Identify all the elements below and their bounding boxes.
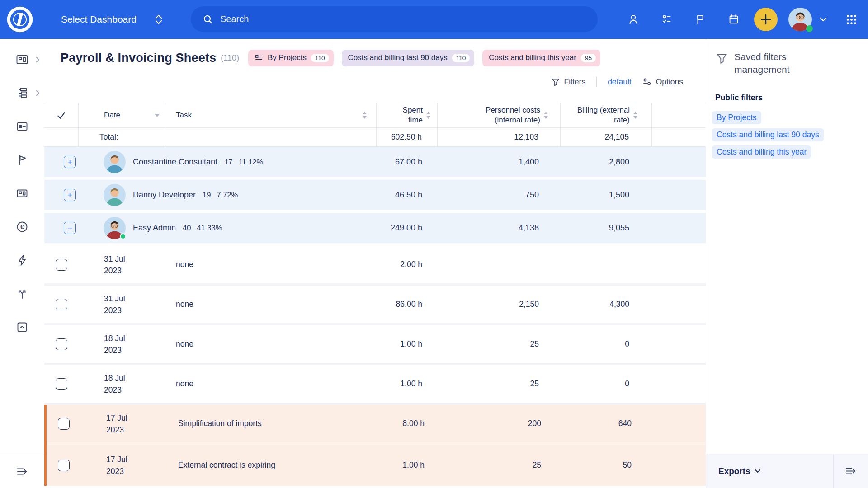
table-toolbar: Filters default Options <box>44 74 706 90</box>
row-date: 17 Jul2023 <box>81 412 169 436</box>
sidebar-expand-button[interactable] <box>0 454 44 488</box>
sidebar-item-panel[interactable] <box>0 320 44 334</box>
table-row: 18 Jul2023 none 1.00 h 25 0 <box>44 365 706 403</box>
chip-costs-this-year[interactable]: Costs and billing this year 95 <box>482 50 600 66</box>
dashboard-selector[interactable]: Select Dashboard <box>61 14 163 25</box>
row-checkbox[interactable] <box>56 299 67 310</box>
row-billing: 4,300 <box>561 286 652 323</box>
default-filter-link[interactable]: default <box>608 77 632 87</box>
row-checkbox[interactable] <box>58 460 70 471</box>
chip-by-projects[interactable]: By Projects 110 <box>248 50 334 66</box>
caret-down-icon <box>155 114 160 117</box>
group-name[interactable]: Easy Admin <box>133 223 176 233</box>
sidebar-item-finance[interactable]: € <box>0 220 44 234</box>
total-row: Total: 602.50 h 12,103 24,105 <box>44 128 706 147</box>
sort-icon <box>543 112 548 119</box>
table-row: 31 Jul2023 none 2.00 h <box>44 246 706 283</box>
sidebar-item-project-tree[interactable] <box>0 86 44 100</box>
main-content: Payroll & Invoicing Sheets (110) By Proj… <box>44 39 706 488</box>
updown-chevrons-icon <box>155 14 163 25</box>
saved-filters-panel: Saved filters management Public filters … <box>706 39 868 488</box>
row-personnel: 25 <box>438 365 561 403</box>
group-billing: 2,800 <box>561 147 652 177</box>
row-checkbox[interactable] <box>56 338 67 350</box>
chip-count-badge: 95 <box>581 54 596 62</box>
header-billing[interactable]: Billing (external rate) <box>561 103 652 127</box>
filters-button[interactable]: Filters <box>551 77 586 87</box>
online-status-dot <box>806 25 813 32</box>
checklist-icon[interactable] <box>660 13 674 26</box>
group-count: 19 <box>203 191 211 199</box>
collapse-button[interactable]: − <box>64 222 76 234</box>
sidebar-item-workflow[interactable] <box>0 287 44 300</box>
sidebar-item-milestone[interactable] <box>0 153 44 167</box>
group-personnel: 750 <box>438 180 561 210</box>
sidebar-item-card[interactable] <box>0 120 44 133</box>
header-date[interactable]: Date <box>79 103 166 127</box>
filter-link-by-projects[interactable]: By Projects <box>712 111 761 124</box>
row-personnel: 25 <box>440 445 563 486</box>
group-name[interactable]: Danny Developer <box>133 190 196 200</box>
calendar-icon[interactable] <box>727 13 741 26</box>
group-billing: 9,055 <box>561 213 652 243</box>
filters-label: Filters <box>564 77 586 87</box>
expand-arrow-icon <box>15 465 29 478</box>
flag-icon[interactable] <box>693 13 707 26</box>
row-task: none <box>166 365 377 403</box>
row-date: 17 Jul2023 <box>81 454 169 477</box>
row-billing: 640 <box>563 405 654 442</box>
row-checkbox[interactable] <box>58 418 70 430</box>
chip-label: By Projects <box>268 53 307 62</box>
table-row-highlighted: 17 Jul2023 External contract is expiring… <box>47 445 706 486</box>
app-logo-icon[interactable] <box>7 6 33 33</box>
group-percent: 41.33% <box>197 224 222 232</box>
chevron-right-icon <box>36 90 40 96</box>
expand-button[interactable]: + <box>64 189 76 201</box>
table-row: 31 Jul2023 none 86.00 h 2,150 4,300 <box>44 286 706 323</box>
chip-label: Costs and billing this year <box>489 53 576 62</box>
add-button[interactable] <box>754 8 778 31</box>
group-row-danny: + Danny Developer 19 7.72% <box>44 180 706 210</box>
group-spent: 249.00 h <box>377 213 438 243</box>
group-count: 17 <box>224 158 232 166</box>
search-bar[interactable] <box>191 6 598 32</box>
row-spent: 1.00 h <box>377 365 438 403</box>
header-spent-time[interactable]: Spent time <box>377 103 438 127</box>
sidebar-item-dashboard[interactable] <box>0 53 44 66</box>
exports-dropdown[interactable]: Exports <box>718 466 761 476</box>
select-all-header[interactable] <box>44 103 79 127</box>
topbar: Select Dashboard <box>0 0 868 39</box>
euro-icon: € <box>15 220 29 234</box>
group-count: 40 <box>183 224 191 232</box>
filter-link-costs-90-days[interactable]: Costs and billing last 90 days <box>712 128 824 141</box>
group-percent: 11.12% <box>238 158 263 166</box>
options-label: Options <box>656 77 683 87</box>
chip-costs-90-days[interactable]: Costs and billing last 90 days 110 <box>342 50 475 66</box>
divider <box>596 77 597 87</box>
row-billing <box>561 246 652 283</box>
row-billing: 0 <box>561 325 652 363</box>
row-checkbox[interactable] <box>56 259 67 271</box>
header-task[interactable]: Task <box>166 103 377 127</box>
row-checkbox[interactable] <box>56 378 67 390</box>
app-grid-icon[interactable] <box>844 13 858 26</box>
header-personnel-costs[interactable]: Personnel costs (internal rate) <box>438 103 561 127</box>
avatar-chevron-down-icon[interactable] <box>816 13 830 26</box>
options-button[interactable]: Options <box>642 77 683 87</box>
dashboard-selector-label: Select Dashboard <box>61 14 137 25</box>
panel-collapse-button[interactable] <box>833 454 868 488</box>
sidebar-item-modules[interactable] <box>0 187 44 200</box>
row-spent: 86.00 h <box>377 286 438 323</box>
group-name[interactable]: Constantine Consultant <box>133 157 217 167</box>
svg-text:€: € <box>20 223 24 230</box>
filter-link-costs-this-year[interactable]: Costs and billing this year <box>712 145 811 159</box>
expand-button[interactable]: + <box>64 156 76 168</box>
chip-label: Costs and billing last 90 days <box>348 53 448 62</box>
search-input[interactable] <box>220 14 537 24</box>
sort-icon <box>426 112 431 119</box>
user-icon[interactable] <box>627 13 640 26</box>
user-avatar[interactable] <box>788 8 812 31</box>
chip-count-badge: 110 <box>311 54 329 62</box>
group-personnel: 4,138 <box>438 213 561 243</box>
sidebar-item-quick-actions[interactable] <box>0 253 44 267</box>
